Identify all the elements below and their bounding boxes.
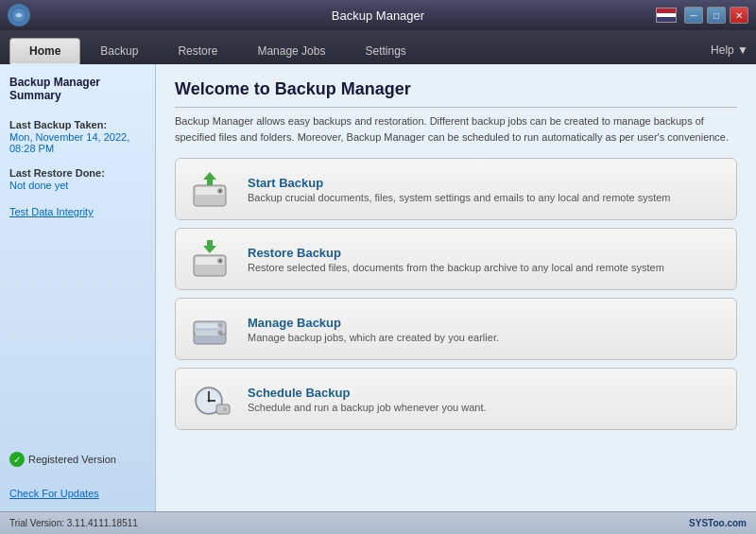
help-button[interactable]: Help ▼ xyxy=(711,43,748,57)
tab-manage-jobs[interactable]: Manage Jobs xyxy=(237,38,345,64)
nav-bar: Home Backup Restore Manage Jobs Settings… xyxy=(0,30,756,64)
welcome-description: Backup Manager allows easy backups and r… xyxy=(175,113,737,145)
svg-point-9 xyxy=(219,260,222,263)
schedule-backup-card[interactable]: Schedule Backup Schedule and run a backu… xyxy=(175,368,737,430)
restore-backup-desc: Restore selected files, documents from t… xyxy=(248,262,664,273)
registered-badge: ✓ Registered Version xyxy=(9,437,146,467)
sidebar: Backup Manager Summary Last Backup Taken… xyxy=(0,64,156,511)
content-panel: Welcome to Backup Manager Backup Manager… xyxy=(156,64,756,511)
trial-version-text: Trial Version: 3.11.4111.18511 xyxy=(9,518,138,528)
restore-backup-card[interactable]: Restore Backup Restore selected files, d… xyxy=(175,228,737,290)
last-backup-label: Last Backup Taken: xyxy=(9,119,146,130)
manage-backup-card[interactable]: Manage Backup Manage backup jobs, which … xyxy=(175,298,737,360)
start-backup-icon xyxy=(189,168,234,210)
tab-home[interactable]: Home xyxy=(9,38,80,64)
schedule-backup-content: Schedule Backup Schedule and run a backu… xyxy=(248,386,487,413)
schedule-backup-icon xyxy=(189,378,234,420)
restore-backup-title: Restore Backup xyxy=(248,246,664,260)
test-data-integrity-link[interactable]: Test Data Integrity xyxy=(9,206,94,217)
manage-backup-icon xyxy=(189,308,234,350)
title-bar-left xyxy=(8,4,94,26)
check-updates-link[interactable]: Check For Updates xyxy=(9,488,99,499)
window-controls: ─ □ ✕ xyxy=(656,7,748,24)
last-restore-value: Not done yet xyxy=(9,180,146,191)
svg-point-23 xyxy=(223,407,227,411)
minimize-button[interactable]: ─ xyxy=(684,7,703,24)
welcome-title: Welcome to Backup Manager xyxy=(175,79,737,108)
svg-point-21 xyxy=(208,400,211,403)
app-title: Backup Manager xyxy=(332,9,424,23)
brand-text: SYSToo.com xyxy=(689,518,747,528)
start-backup-card[interactable]: Start Backup Backup crucial documents, f… xyxy=(175,158,737,220)
svg-point-14 xyxy=(218,323,223,328)
tab-settings[interactable]: Settings xyxy=(345,38,425,64)
flag-icon xyxy=(656,8,677,23)
registered-label: Registered Version xyxy=(28,454,116,465)
svg-marker-5 xyxy=(203,172,216,185)
restore-backup-icon xyxy=(189,238,234,280)
svg-marker-10 xyxy=(203,240,216,253)
schedule-backup-title: Schedule Backup xyxy=(248,386,487,400)
tab-backup[interactable]: Backup xyxy=(80,38,158,64)
svg-point-4 xyxy=(219,190,222,193)
last-restore-label: Last Restore Done: xyxy=(9,167,146,179)
tab-restore[interactable]: Restore xyxy=(158,38,237,64)
title-bar: Backup Manager ─ □ ✕ xyxy=(0,0,756,30)
start-backup-content: Start Backup Backup crucial documents, f… xyxy=(248,176,671,203)
schedule-backup-desc: Schedule and run a backup job whenever y… xyxy=(248,402,487,413)
close-button[interactable]: ✕ xyxy=(730,7,748,24)
maximize-button[interactable]: □ xyxy=(707,7,726,24)
main-area: Backup Manager Summary Last Backup Taken… xyxy=(0,64,756,511)
sidebar-summary-title: Backup Manager Summary xyxy=(9,76,146,102)
manage-backup-desc: Manage backup jobs, which are created by… xyxy=(248,332,499,343)
svg-rect-15 xyxy=(196,331,220,336)
app-icon xyxy=(8,4,30,26)
start-backup-desc: Backup crucial documents, files, system … xyxy=(248,192,671,203)
registered-check-icon: ✓ xyxy=(9,452,25,467)
manage-backup-title: Manage Backup xyxy=(248,316,499,330)
status-bar: Trial Version: 3.11.4111.18511 SYSToo.co… xyxy=(0,511,756,534)
manage-backup-content: Manage Backup Manage backup jobs, which … xyxy=(248,316,499,343)
restore-backup-content: Restore Backup Restore selected files, d… xyxy=(248,246,664,273)
svg-rect-13 xyxy=(196,323,220,328)
start-backup-title: Start Backup xyxy=(248,176,671,190)
last-backup-value: Mon, November 14, 2022, 08:28 PM xyxy=(9,131,146,154)
svg-point-16 xyxy=(218,331,223,336)
